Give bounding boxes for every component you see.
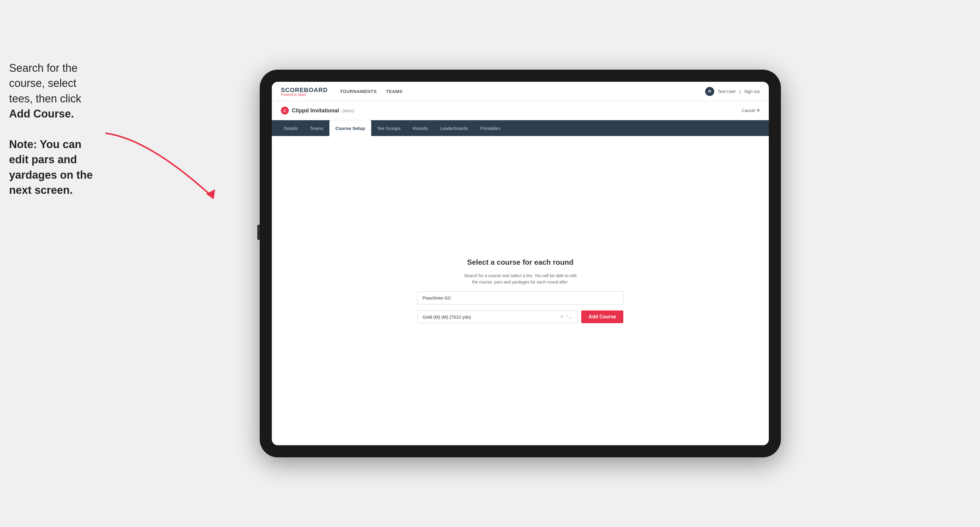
instruction-highlight: Add Course — [9, 108, 71, 120]
top-navigation: SCOREBOARD Powered by clippd TOURNAMENTS… — [272, 82, 769, 101]
user-avatar: R — [705, 87, 714, 96]
card-description: Search for a course and select a tee. Yo… — [463, 273, 578, 285]
tab-course-setup[interactable]: Course Setup — [329, 120, 371, 136]
tab-results[interactable]: Results — [407, 120, 434, 136]
nav-links: TOURNAMENTS TEAMS — [340, 89, 402, 94]
instruction-note: Note: You canedit pars andyardages on th… — [9, 138, 93, 196]
instruction-period: . — [71, 108, 74, 120]
logo-sub: Powered by clippd — [281, 93, 328, 96]
logo-area: SCOREBOARD Powered by clippd — [281, 87, 328, 96]
tab-details[interactable]: Details — [278, 120, 304, 136]
tournament-header: C Clippd Invitational (Men) Cancel × — [272, 101, 769, 120]
nav-right: R Test User | Sign out — [705, 87, 760, 96]
course-card: Select a course for each round Search fo… — [417, 258, 623, 323]
tee-select-row: Gold (M) (M) (7010 yds) × ⌃⌄ Add Course — [417, 310, 623, 323]
tee-chevron-icon: ⌃⌄ — [565, 314, 573, 319]
cancel-icon: × — [757, 108, 760, 113]
tee-select-value: Gold (M) (M) (7010 yds) — [422, 314, 471, 319]
course-search-wrapper — [417, 291, 623, 305]
tab-printables[interactable]: Printables — [474, 120, 507, 136]
card-title: Select a course for each round — [467, 258, 574, 267]
tab-bar: Details Teams Course Setup Tee Groups Re… — [272, 120, 769, 136]
cancel-label: Cancel — [742, 108, 755, 113]
instruction-panel: Search for thecourse, selecttees, then c… — [9, 60, 94, 198]
tablet-screen: SCOREBOARD Powered by clippd TOURNAMENTS… — [272, 82, 769, 445]
nav-left: SCOREBOARD Powered by clippd TOURNAMENTS… — [281, 87, 402, 96]
arrow-indicator — [88, 121, 276, 218]
nav-teams[interactable]: TEAMS — [386, 89, 402, 94]
nav-tournaments[interactable]: TOURNAMENTS — [340, 89, 377, 94]
nav-separator: | — [740, 89, 741, 94]
logo-text: SCOREBOARD — [281, 87, 328, 94]
svg-marker-0 — [206, 189, 215, 199]
signout-button[interactable]: Sign out — [744, 89, 760, 94]
add-course-button[interactable]: Add Course — [581, 310, 623, 323]
tournament-subtitle: (Men) — [342, 108, 354, 113]
tablet-side-button — [257, 225, 260, 240]
instruction-text-1: Search for thecourse, selecttees, then c… — [9, 62, 81, 105]
tournament-title: C Clippd Invitational (Men) — [281, 106, 354, 114]
tournament-name: Clippd Invitational — [292, 108, 339, 114]
tee-clear-icon[interactable]: × — [561, 314, 563, 319]
tournament-icon: C — [281, 106, 289, 114]
tab-leaderboards[interactable]: Leaderboards — [434, 120, 474, 136]
course-search-input[interactable] — [417, 291, 623, 305]
user-name: Test User — [718, 89, 736, 94]
tab-tee-groups[interactable]: Tee Groups — [371, 120, 407, 136]
main-content: Select a course for each round Search fo… — [272, 136, 769, 445]
cancel-button[interactable]: Cancel × — [742, 108, 760, 113]
tee-select-controls: × ⌃⌄ — [561, 314, 573, 319]
tee-select[interactable]: Gold (M) (M) (7010 yds) × ⌃⌄ — [417, 310, 578, 323]
tab-teams[interactable]: Teams — [304, 120, 329, 136]
tablet-frame: SCOREBOARD Powered by clippd TOURNAMENTS… — [260, 70, 781, 457]
